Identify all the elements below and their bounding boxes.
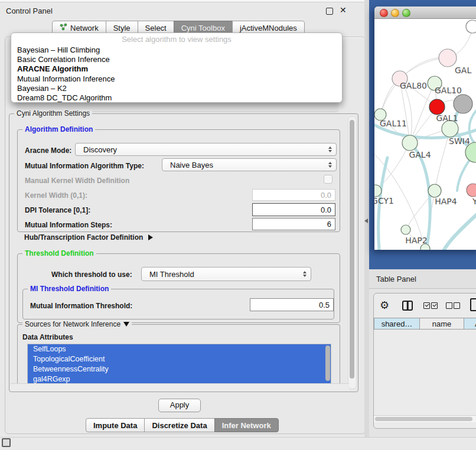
apply-button[interactable]: Apply — [158, 399, 201, 412]
attribute-item-selected[interactable]: TopologicalCoefficient — [28, 354, 331, 364]
hub-definition-expander[interactable]: Hub/Transcription Factor Definition — [24, 233, 153, 242]
table-body[interactable]: YDL19…YDL19…13 YDR27…YDR27…12 YBR043CYBR… — [374, 330, 476, 415]
sources-group-title[interactable]: Sources for Network Inference — [22, 320, 132, 328]
deselect-checkbox-icon[interactable] — [446, 302, 452, 309]
dpi-tolerance-label: DPI Tolerance [0,1]: — [25, 206, 90, 214]
mi-steps-input[interactable] — [252, 218, 335, 230]
network-view-window[interactable]: GAL GAL80 GAL10 GAL1 GAL11 SWI4 GAL4 GCY… — [374, 6, 476, 250]
threshold-definition-title: Threshold Definition — [22, 249, 96, 257]
tab-impute-data-label: Impute Data — [93, 421, 137, 430]
mi-threshold-definition-group: MI Threshold Definition Mutual Informati… — [22, 289, 334, 319]
dpi-tolerance-input[interactable] — [252, 203, 335, 216]
algorithm-definition-title: Algorithm Definition — [22, 125, 95, 133]
node-label: GAL4 — [409, 150, 431, 159]
select-all-checkbox-icon[interactable] — [423, 302, 430, 309]
column-header-a[interactable]: A — [464, 318, 476, 330]
cyni-algorithm-settings-group: Cyni Algorithm Settings Algorithm Defini… — [9, 113, 358, 392]
tab-impute-data[interactable]: Impute Data — [86, 418, 145, 432]
algorithm-option[interactable]: Dream8 DC_TDC Algorithm — [17, 93, 336, 103]
algorithm-option-selected[interactable]: ARACNE Algorithm — [17, 64, 336, 74]
columns-icon[interactable] — [402, 301, 413, 311]
node-label: GAL80 — [400, 81, 427, 90]
algorithm-placeholder: Select algorithm to view settings — [11, 35, 342, 44]
kernel-width-label: Kernel Width (0,1): — [25, 191, 87, 200]
table-horizontal-scrollbar-thumb[interactable] — [375, 417, 472, 421]
algorithm-option[interactable]: Basic Correlation Inference — [17, 55, 336, 64]
collapse-down-icon — [123, 322, 129, 327]
sources-group-title-label: Sources for Network Inference — [25, 320, 120, 328]
node-label: GAL11 — [380, 119, 407, 128]
expand-right-icon — [148, 234, 153, 240]
stepper-arrows-icon — [328, 162, 332, 168]
attributes-scrollbar-thumb[interactable] — [325, 345, 330, 381]
which-threshold-value: MI Threshold — [149, 270, 194, 279]
tab-cyni-toolbox-label: Cyni Toolbox — [181, 24, 225, 32]
document-icon[interactable] — [470, 298, 476, 311]
zoom-window-button[interactable] — [402, 9, 410, 17]
tab-infer-network[interactable]: Infer Network — [214, 418, 279, 432]
tab-network-label: Network — [70, 24, 99, 32]
algorithm-option[interactable]: Bayesian – Hill Climbing — [17, 45, 336, 55]
attribute-item-selected[interactable]: SelfLoops — [28, 344, 331, 354]
algorithm-option[interactable]: Mutual Information Inference — [17, 74, 336, 84]
algorithm-definition-group: Algorithm Definition Aracne Mode: Discov… — [17, 129, 340, 232]
mi-type-select[interactable]: Naive Bayes — [162, 158, 337, 171]
column-header-name[interactable]: name — [419, 318, 464, 330]
stepper-arrows-icon — [328, 146, 332, 152]
algorithm-option[interactable]: Bayesian – K2 — [17, 84, 336, 93]
hub-definition-label: Hub/Transcription Factor Definition — [24, 233, 143, 242]
mi-threshold-label: Mutual Information Threshold: — [30, 302, 132, 310]
panel-title: Control Panel — [6, 6, 53, 15]
deselect-checkbox-icon[interactable] — [454, 302, 460, 309]
table-panel-title: Table Panel — [376, 275, 416, 283]
node-label: HAP2 — [405, 236, 427, 245]
kernel-width-input — [252, 189, 335, 201]
tab-jactivemnodules-label: jActiveMNodules — [240, 24, 297, 32]
gear-icon[interactable]: ⚙ — [380, 299, 389, 312]
tab-discretize-data[interactable]: Discretize Data — [144, 418, 214, 432]
sources-group: Sources for Network Inference Data Attri… — [17, 324, 340, 387]
mi-threshold-input[interactable] — [250, 298, 334, 311]
node-label: SWI4 — [449, 136, 470, 146]
attribute-item-selected[interactable]: BetweennessCentrality — [28, 364, 331, 374]
node-label: GCY1 — [374, 196, 394, 206]
minimize-window-button[interactable] — [391, 9, 399, 17]
aracne-mode-label: Aracne Mode: — [25, 146, 71, 155]
column-header-shared[interactable]: shared… — [374, 318, 420, 330]
tab-style-label: Style — [113, 24, 131, 32]
settings-horizontal-scrollbar[interactable] — [11, 383, 349, 391]
node-label: GAL10 — [435, 86, 462, 95]
mi-type-label: Mutual Information Algorithm Type: — [25, 162, 144, 170]
network-icon — [60, 23, 67, 32]
mi-type-value: Naive Bayes — [170, 161, 213, 169]
data-attributes-list[interactable]: SelfLoops TopologicalCoefficient Between… — [27, 344, 331, 386]
settings-scrollbar[interactable] — [348, 116, 357, 389]
network-canvas[interactable]: GAL GAL80 GAL10 GAL1 GAL11 SWI4 GAL4 GCY… — [374, 18, 476, 250]
stepper-arrows-icon — [303, 271, 307, 277]
close-window-button[interactable] — [380, 9, 388, 17]
threshold-definition-group: Threshold Definition Which threshold to … — [17, 253, 340, 323]
which-threshold-select[interactable]: MI Threshold — [141, 267, 311, 281]
select-all-checkbox-icon[interactable] — [431, 302, 438, 309]
node-label: Y — [472, 197, 476, 206]
table-horizontal-scrollbar[interactable] — [374, 415, 476, 422]
float-panel-icon[interactable] — [326, 8, 333, 15]
close-icon[interactable]: ✕ — [340, 5, 347, 15]
manual-kernel-checkbox[interactable] — [324, 175, 332, 184]
splitter-collapse-icon[interactable] — [364, 219, 368, 223]
algorithm-dropdown-popup: Select algorithm to view settings Bayesi… — [11, 32, 343, 103]
network-window-titlebar[interactable] — [374, 6, 476, 19]
application-window: Control Panel ✕ Network Style Select — [0, 0, 476, 450]
aracne-mode-value: Discovery — [83, 145, 117, 154]
tab-select-label: Select — [145, 24, 167, 32]
which-threshold-label: Which threshold to use: — [51, 270, 132, 279]
settings-scrollbar-thumb[interactable] — [350, 120, 354, 379]
dock-panel-icon[interactable] — [2, 438, 11, 447]
mi-threshold-definition-title: MI Threshold Definition — [28, 285, 111, 293]
settings-group-title: Cyni Algorithm Settings — [14, 109, 92, 118]
node-label: HAP4 — [435, 197, 457, 206]
tab-infer-network-label: Infer Network — [222, 421, 271, 430]
status-strip — [0, 437, 476, 450]
aracne-mode-select[interactable]: Discovery — [75, 143, 337, 156]
mi-steps-label: Mutual Information Steps: — [25, 221, 112, 229]
